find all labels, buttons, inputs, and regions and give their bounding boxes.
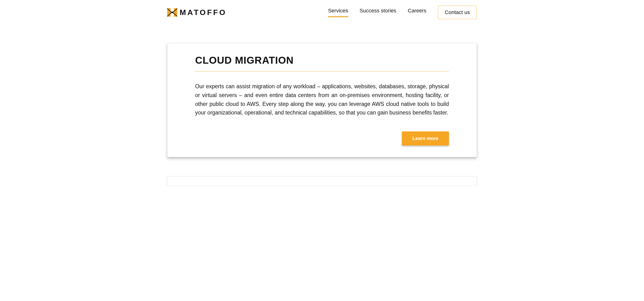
logo-text: MATOFFO bbox=[180, 8, 226, 17]
service-card-cloud-migration: CLOUD MIGRATION Our experts can assist m… bbox=[167, 43, 477, 157]
learn-more-button[interactable]: Learn more bbox=[402, 132, 449, 146]
contact-button[interactable]: Contact us bbox=[438, 6, 477, 19]
card-divider bbox=[195, 71, 449, 72]
main-nav: Services Success stories Careers Contact… bbox=[328, 6, 477, 19]
nav-services[interactable]: Services bbox=[328, 8, 348, 17]
logo-icon bbox=[167, 8, 177, 17]
nav-careers[interactable]: Careers bbox=[408, 8, 426, 17]
svg-marker-1 bbox=[174, 8, 177, 17]
nav-success-stories[interactable]: Success stories bbox=[360, 8, 396, 17]
service-card-next bbox=[167, 176, 477, 186]
card-title: CLOUD MIGRATION bbox=[195, 54, 449, 66]
site-header: MATOFFO Services Success stories Careers… bbox=[167, 0, 477, 22]
card-actions: Learn more bbox=[195, 132, 449, 146]
card-body: Our experts can assist migration of any … bbox=[195, 82, 449, 117]
logo-link[interactable]: MATOFFO bbox=[167, 8, 226, 17]
svg-marker-0 bbox=[167, 8, 170, 17]
